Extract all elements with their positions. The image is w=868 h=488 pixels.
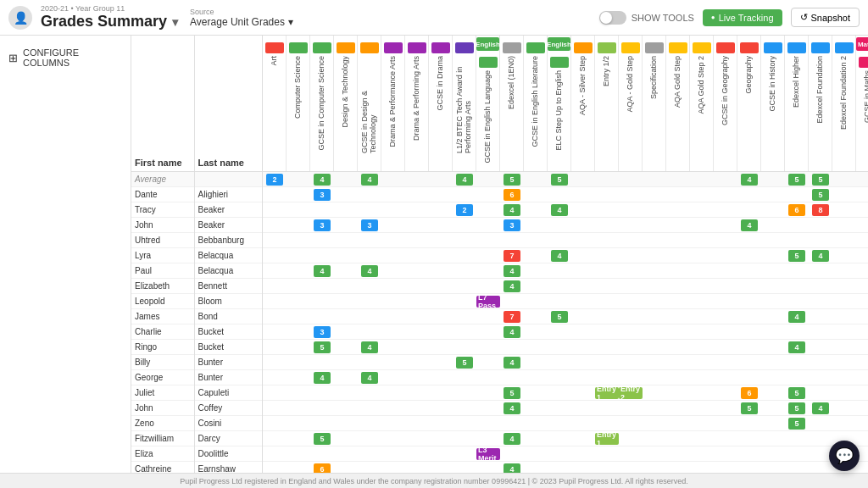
grade-cell [310,355,334,370]
grade-cell [358,324,381,340]
grade-cell [381,218,405,233]
grade-cell [429,401,453,416]
grade-cell [453,263,476,279]
header-year: 2020-21 • Year Group 11 [41,4,178,13]
grade-cell [524,187,548,202]
grade-cell [619,233,643,248]
grade-cell [595,401,619,416]
grade-cell [690,401,714,416]
grade-cell [571,248,595,263]
grade-cell [737,263,761,279]
table-row: ElizabethBennett44 [131,279,868,294]
grade-cell [548,370,571,385]
grade-cell [287,385,310,401]
header: 👤 2020-21 • Year Group 11 Grades Summary… [0,0,868,36]
live-tracking-button[interactable]: Live Tracking [703,9,782,26]
grade-cell [453,446,476,462]
grade-cell [785,370,809,385]
grade-cell [310,446,334,462]
grade-cell [287,248,310,263]
table-row: Average24445545535442 [131,172,868,187]
grade-cell [476,401,500,416]
col-header-11: GCSE in English Literature [524,36,548,171]
grade-cell [381,340,405,355]
grade-cell [571,309,595,324]
grade-cell [287,263,310,279]
grade-cell [381,446,405,462]
grade-cell [334,187,358,202]
grade-cell [476,416,500,431]
table-row: GeorgeBunter445 [131,370,868,385]
grade-cell [690,248,714,263]
grade-cell [310,294,334,309]
table-row: JamesBond754 [131,309,868,324]
configure-columns-button[interactable]: ⊞ CONFIGURE COLUMNS [0,42,131,73]
grade-cell [761,309,785,324]
grade-cell [476,370,500,385]
grade-cell [334,294,358,309]
toggle-track[interactable] [599,11,626,25]
grade-cell [429,340,453,355]
grade-cell [358,416,381,431]
grade-cell [571,401,595,416]
grade-cell [595,309,619,324]
show-tools-toggle[interactable]: SHOW TOOLS [599,11,694,25]
chat-button[interactable]: 💬 [829,441,860,471]
grade-cell [666,385,690,401]
grade-cell [358,248,381,263]
grade-cell: 6 [500,187,524,202]
grade-cell [856,172,868,187]
grade-cell [334,355,358,370]
grade-cell [287,309,310,324]
grade-cell [310,385,334,401]
grade-cell [334,279,358,294]
grade-cell [761,324,785,340]
grade-cell [643,431,666,446]
grade-cell [334,340,358,355]
grade-cell [358,202,381,218]
source-value[interactable]: Average Unit Grades ▾ [190,16,293,28]
grade-cell [595,248,619,263]
grade-cell [666,446,690,462]
grade-cell: 5 [785,248,809,263]
grade-cell [714,263,737,279]
grade-cell [809,294,832,309]
grade-cell [453,340,476,355]
grade-cell [263,416,287,431]
grade-cell [287,218,310,233]
grade-cell [429,324,453,340]
grade-cell [761,431,785,446]
first-name-cell: Uhtred [131,233,195,248]
last-name-cell: Capuleti [195,385,262,401]
last-name-cell: Cosini [195,416,262,431]
first-name-cell: Average [131,172,195,187]
col-header-13: AQA - Silver Step [571,36,595,171]
grade-cell: 2 [263,172,287,187]
grade-cell [714,416,737,431]
last-name-cell: Coffey [195,401,262,416]
title-chevron-icon[interactable]: ▾ [172,15,178,29]
grade-cell [856,263,868,279]
grade-cell [548,385,571,401]
grade-cell [381,324,405,340]
table-row: JohnCoffey4554 [131,401,868,416]
grade-cell [429,233,453,248]
grade-cell [381,187,405,202]
grade-cell [405,309,429,324]
grade-cell [405,431,429,446]
grade-cell: 3 [358,218,381,233]
grade-cell [714,340,737,355]
grade-cell [643,355,666,370]
first-name-cell: George [131,370,195,385]
grade-cell [476,172,500,187]
grade-cell [666,309,690,324]
grade-cell [690,263,714,279]
grade-cell [643,401,666,416]
snapshot-button[interactable]: ↺ Snapshot [791,8,860,27]
grade-cell [737,370,761,385]
grade-cell [453,431,476,446]
grade-cell: 5 [500,385,524,401]
grade-cell [714,431,737,446]
grade-cell [643,279,666,294]
grade-cell [737,187,761,202]
